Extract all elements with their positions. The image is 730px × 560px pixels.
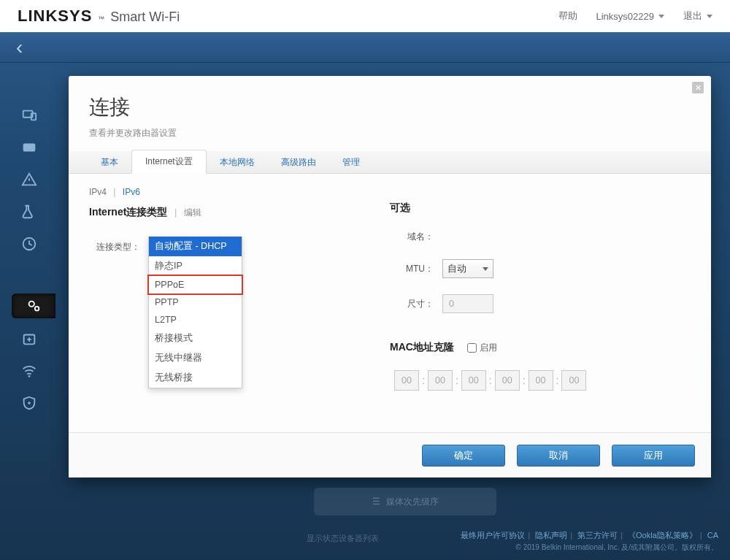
sidebar — [0, 63, 58, 560]
tab-admin[interactable]: 管理 — [329, 151, 373, 174]
tab-internet[interactable]: Internet设置 — [131, 150, 207, 174]
tab-bar: 基本 Internet设置 本地网络 高级路由 管理 — [69, 151, 711, 174]
mac-octet-input[interactable]: 00 — [461, 370, 486, 391]
mac-octet-input[interactable]: 00 — [495, 370, 520, 391]
device-dropdown[interactable]: Linksys02229 — [596, 11, 665, 22]
dropdown-option[interactable]: 无线桥接 — [149, 368, 242, 388]
footer-link[interactable]: 《Ookla隐私策略》 — [628, 531, 697, 540]
footer-links: 最终用户许可协议| 隐私声明| 第三方许可| 《Ookla隐私策略》| CA — [461, 530, 718, 541]
modal-subtitle: 查看并更改路由器设置 — [89, 127, 691, 139]
close-button[interactable]: ✕ — [692, 82, 704, 93]
modal-footer: 确定 取消 应用 — [69, 432, 711, 477]
mac-enable-label: 启用 — [480, 342, 497, 353]
mac-enable-checkbox[interactable] — [467, 343, 477, 353]
dropdown-option[interactable]: L2TP — [149, 311, 242, 329]
ipv6-tab[interactable]: IPv6 — [123, 187, 140, 197]
mac-octet-input[interactable]: 00 — [394, 370, 419, 391]
tab-local-network[interactable]: 本地网络 — [207, 151, 268, 174]
sidebar-item-wifi[interactable] — [13, 359, 45, 383]
help-link[interactable]: 帮助 — [558, 9, 577, 23]
modal-title: 连接 — [89, 93, 691, 121]
sidebar-item-security[interactable] — [13, 391, 45, 415]
ipv4-tab[interactable]: IPv4 — [89, 187, 107, 197]
mtu-select[interactable]: 自动 — [442, 259, 493, 278]
settings-modal: ✕ 连接 查看并更改路由器设置 基本 Internet设置 本地网络 高级路由 … — [69, 76, 711, 477]
apply-button[interactable]: 应用 — [612, 445, 695, 467]
sidebar-item-test[interactable] — [13, 200, 45, 223]
ok-button[interactable]: 确定 — [422, 445, 505, 467]
mac-octet-input[interactable]: 00 — [561, 370, 586, 391]
logout-dropdown[interactable]: 退出 — [683, 9, 712, 23]
chevron-down-icon — [658, 15, 664, 18]
dropdown-option[interactable]: 静态IP — [149, 256, 242, 276]
chevron-down-icon — [707, 15, 712, 18]
svg-point-9 — [28, 402, 31, 404]
edit-link[interactable]: 编辑 — [184, 207, 201, 218]
size-label: 尺寸： — [390, 298, 434, 310]
mac-address-inputs: 00: 00: 00: 00: 00: 00 — [390, 370, 691, 391]
svg-point-8 — [28, 375, 31, 377]
svg-rect-2 — [23, 144, 36, 152]
ip-version-switch: IPv4 | IPv6 — [89, 187, 390, 197]
footer-link[interactable]: CA — [707, 531, 718, 540]
top-bar: LINKSYS™ Smart Wi-Fi 帮助 Linksys02229 退出 — [0, 0, 730, 32]
svg-point-6 — [35, 307, 39, 311]
footer-link[interactable]: 第三方许可 — [577, 531, 618, 540]
chevron-down-icon — [483, 267, 488, 271]
dropdown-option-highlighted[interactable]: PPPoE — [147, 275, 243, 295]
tab-advanced-routing[interactable]: 高级路由 — [268, 151, 329, 174]
background-card: ☰媒体次先级序 — [314, 488, 496, 515]
brand-logo: LINKSYS™ Smart Wi-Fi — [18, 7, 180, 26]
modal-header: 连接 查看并更改路由器设置 — [69, 76, 711, 151]
dropdown-option[interactable]: 自动配置 - DHCP — [149, 237, 242, 256]
dropdown-option[interactable]: 无线中继器 — [149, 348, 242, 368]
sidebar-item-media[interactable] — [13, 136, 45, 159]
mac-octet-input[interactable]: 00 — [529, 370, 553, 391]
mac-clone-title: MAC地址克隆 — [390, 341, 454, 354]
sidebar-item-history[interactable] — [13, 232, 45, 256]
domain-label: 域名： — [390, 231, 434, 243]
sidebar-item-settings[interactable] — [12, 294, 55, 318]
brand-name: LINKSYS — [18, 7, 92, 26]
copyright: © 2019 Belkin International, Inc. 及/或其附属… — [516, 542, 718, 553]
tab-basic[interactable]: 基本 — [88, 151, 131, 174]
sidebar-item-devices[interactable] — [13, 104, 45, 127]
footer-link[interactable]: 隐私声明 — [535, 531, 567, 540]
sub-nav: ‹ — [0, 32, 730, 63]
sidebar-item-diagnostic[interactable] — [13, 327, 45, 350]
brand-sub: Smart Wi-Fi — [110, 9, 180, 25]
section-title: Internet连接类型 — [89, 206, 167, 219]
sidebar-item-alert[interactable] — [13, 168, 45, 191]
optional-title: 可选 — [390, 202, 410, 215]
back-button[interactable]: ‹ — [16, 36, 23, 59]
cancel-button[interactable]: 取消 — [517, 445, 600, 467]
svg-point-5 — [29, 302, 34, 307]
background-text: 显示状态设备器列表 — [307, 533, 379, 544]
connection-type-dropdown: 自动配置 - DHCP 静态IP PPPoE PPTP L2TP 桥接模式 无线… — [148, 237, 242, 388]
mtu-label: MTU： — [390, 263, 434, 275]
footer-link[interactable]: 最终用户许可协议 — [461, 531, 525, 540]
mac-octet-input[interactable]: 00 — [428, 370, 453, 391]
connection-type-label: 连接类型： — [89, 241, 140, 253]
size-input[interactable]: 0 — [442, 294, 493, 313]
brand-tm: ™ — [98, 15, 104, 23]
dropdown-option[interactable]: PPTP — [149, 294, 242, 311]
dropdown-option[interactable]: 桥接模式 — [149, 329, 242, 348]
